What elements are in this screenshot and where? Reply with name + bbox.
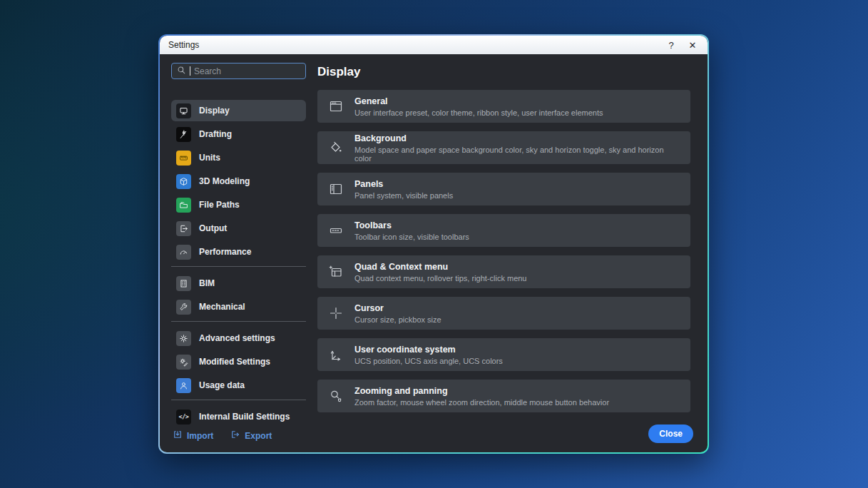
- export-icon: [230, 429, 240, 442]
- sidebar-footer: Import Export: [171, 429, 306, 442]
- monitor-icon: [176, 103, 191, 118]
- card-cursor[interactable]: Cursor Cursor size, pickbox size: [317, 297, 690, 330]
- sidebar-item-label: 3D Modeling: [199, 176, 250, 186]
- window-title: Settings: [168, 40, 199, 50]
- drafting-compass-icon: [176, 127, 191, 142]
- sidebar-item-label: Units: [199, 153, 220, 163]
- crosshair-icon: [328, 306, 344, 320]
- sidebar-item-label: File Paths: [199, 200, 240, 210]
- card-user-coordinate-system[interactable]: User coordinate system UCS position, UCS…: [317, 338, 690, 371]
- export-label: Export: [245, 431, 272, 441]
- card-quad-context-menu[interactable]: Quad & Context menu Quad context menu, r…: [317, 255, 690, 288]
- search-icon: [177, 65, 186, 78]
- sidebar-divider: [171, 266, 306, 267]
- card-background[interactable]: Background Model space and paper space b…: [317, 131, 690, 164]
- gear-edit-icon: [176, 355, 191, 370]
- title-bar[interactable]: Settings ? ✕: [160, 36, 708, 54]
- settings-window: Settings ? ✕: [160, 36, 708, 452]
- folder-icon: [176, 198, 191, 213]
- window-grid-icon: [328, 99, 344, 113]
- sidebar-item-label: Modified Settings: [199, 357, 270, 367]
- cube-icon: [176, 174, 191, 189]
- sidebar-item-internal-build-settings[interactable]: </> Internal Build Settings: [171, 406, 306, 427]
- sidebar-item-3d-modeling[interactable]: 3D Modeling: [171, 171, 306, 192]
- card-subtitle: Cursor size, pickbox size: [354, 315, 441, 324]
- card-subtitle: Zoom factor, mouse wheel zoom direction,…: [354, 398, 609, 407]
- card-title: Cursor: [354, 303, 441, 313]
- sidebar-divider: [171, 400, 306, 400]
- card-subtitle: Toolbar icon size, visible toolbars: [354, 233, 469, 241]
- export-button[interactable]: Export: [230, 429, 272, 442]
- card-subtitle: Quad context menu, rollover tips, right-…: [354, 274, 527, 283]
- gear-icon: [176, 331, 191, 346]
- sidebar-item-bim[interactable]: BIM: [171, 273, 306, 294]
- sidebar-item-label: Mechanical: [199, 302, 245, 312]
- card-title: Panels: [354, 179, 453, 189]
- paint-bucket-icon: [328, 141, 344, 155]
- code-icon: </>: [176, 410, 191, 425]
- sidebar-item-label: Drafting: [199, 129, 232, 139]
- building-icon: [176, 276, 191, 291]
- search-input[interactable]: [194, 66, 300, 76]
- user-icon: [176, 378, 191, 393]
- card-toolbars[interactable]: Toolbars Toolbar icon size, visible tool…: [317, 214, 690, 247]
- import-icon: [173, 429, 183, 442]
- toolbar-icon: [328, 223, 344, 238]
- sidebar-item-performance[interactable]: Performance: [171, 241, 306, 263]
- card-title: Toolbars: [354, 220, 469, 230]
- sidebar-item-units[interactable]: Units: [171, 147, 306, 168]
- sidebar-item-label: Usage data: [199, 380, 245, 390]
- settings-dialog: Settings ? ✕: [158, 34, 709, 454]
- sidebar-item-mechanical[interactable]: Mechanical: [171, 296, 306, 317]
- card-title: Background: [354, 133, 680, 143]
- sidebar: Display Drafting: [160, 54, 317, 452]
- card-zooming-and-panning[interactable]: Zooming and panning Zoom factor, mouse w…: [317, 380, 690, 412]
- close-button[interactable]: Close: [648, 425, 693, 443]
- main-content: Display General User interface preset, c…: [317, 54, 708, 452]
- ucs-axis-icon: [328, 347, 344, 362]
- sidebar-item-drafting[interactable]: Drafting: [171, 123, 306, 145]
- card-general[interactable]: General User interface preset, color the…: [317, 90, 690, 123]
- category-list: Display Drafting: [171, 100, 306, 429]
- card-subtitle: Model space and paper space background c…: [354, 146, 680, 163]
- help-button[interactable]: ?: [660, 37, 682, 53]
- sidebar-item-modified-settings[interactable]: Modified Settings: [171, 351, 306, 372]
- panels-icon: [328, 182, 344, 196]
- export-box-icon: [176, 221, 191, 236]
- gauge-icon: [176, 245, 191, 260]
- search-box[interactable]: [171, 63, 306, 79]
- sidebar-item-output[interactable]: Output: [171, 218, 306, 239]
- card-panels[interactable]: Panels Panel system, visible panels: [317, 173, 690, 205]
- zoom-pan-icon: [328, 389, 344, 403]
- page-title: Display: [317, 65, 690, 79]
- titlebar-buttons: ? ✕: [660, 37, 703, 53]
- dialog-body: Display Drafting: [160, 54, 708, 452]
- card-subtitle: UCS position, UCS axis angle, UCS colors: [354, 357, 503, 365]
- sidebar-item-usage-data[interactable]: Usage data: [171, 375, 306, 396]
- sidebar-item-label: Advanced settings: [199, 333, 275, 343]
- card-title: Quad & Context menu: [354, 262, 527, 272]
- card-title: User coordinate system: [354, 345, 503, 355]
- sidebar-item-label: Display: [199, 106, 230, 116]
- text-caret: [190, 66, 190, 76]
- card-title: Zooming and panning: [354, 386, 609, 396]
- sidebar-item-display[interactable]: Display: [171, 100, 306, 121]
- ruler-icon: [176, 151, 191, 166]
- sidebar-item-label: Performance: [199, 247, 251, 257]
- sidebar-item-label: BIM: [199, 278, 215, 288]
- sidebar-item-label: Output: [199, 223, 227, 233]
- sidebar-item-label: Internal Build Settings: [199, 412, 290, 422]
- import-label: Import: [187, 431, 213, 441]
- quad-menu-icon: [328, 265, 344, 279]
- card-subtitle: Panel system, visible panels: [354, 191, 453, 200]
- sidebar-item-file-paths[interactable]: File Paths: [171, 194, 306, 215]
- sidebar-divider: [171, 321, 306, 322]
- close-window-button[interactable]: ✕: [682, 37, 703, 53]
- card-subtitle: User interface preset, color theme, ribb…: [354, 108, 603, 117]
- card-title: General: [354, 96, 603, 106]
- sidebar-item-advanced-settings[interactable]: Advanced settings: [171, 327, 306, 349]
- import-button[interactable]: Import: [173, 429, 213, 442]
- wrench-icon: [176, 300, 191, 315]
